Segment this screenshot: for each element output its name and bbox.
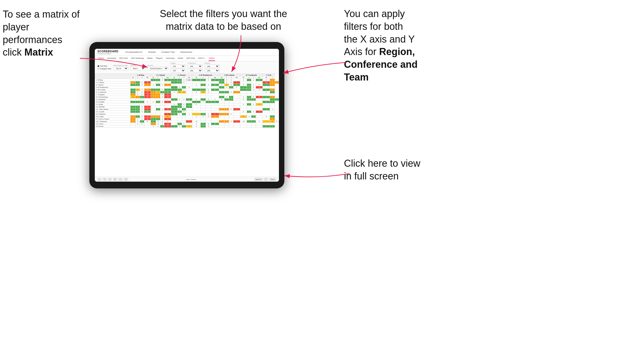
watch-button[interactable]: Watch ▾ <box>254 178 263 181</box>
tablet-screen: SCOREBOARD Powered by clippd TOURNAMENTS… <box>95 49 279 182</box>
table-row: 14. J Lundin11010110010-7 <box>95 111 279 113</box>
filter-gender-select[interactable]: Men's <box>131 67 145 70</box>
matrix-cell: 1 <box>192 89 200 91</box>
undo-button[interactable]: ↩ <box>97 178 102 181</box>
matrix-cell <box>144 123 151 125</box>
matrix-cell <box>263 123 270 125</box>
tab-h2h-grid[interactable]: H2H Grid <box>119 56 128 61</box>
matrix-wrapper[interactable]: 1. W Ding 2. L Clanton 3. J Koivun 4. M … <box>95 74 279 177</box>
player-name-cell: 1. W Ding <box>95 79 131 81</box>
matrix-cell <box>263 120 270 123</box>
view-full[interactable]: Full View <box>97 65 111 67</box>
filter-players-select2[interactable]: (All) <box>205 69 220 72</box>
nav-teams[interactable]: TEAMS <box>147 50 157 54</box>
matrix-cell: 0 <box>160 96 164 98</box>
zoom-button[interactable]: □+ <box>118 178 123 181</box>
tab-teams[interactable]: Teams <box>97 56 105 61</box>
matrix-cell: 0 <box>160 108 164 111</box>
matrix-cell <box>182 115 186 118</box>
matrix-cell <box>171 101 177 103</box>
matrix-cell <box>256 91 262 94</box>
filter-region-select2[interactable]: N/A <box>171 69 186 72</box>
tab-h2h-heatmap[interactable]: H2H Heatmap <box>130 56 144 61</box>
settings-button[interactable]: ⚙ <box>113 178 117 181</box>
matrix-cell: 0 <box>206 89 211 91</box>
matrix-cell <box>160 86 164 89</box>
matrix-cell <box>219 118 225 120</box>
radio-full[interactable] <box>97 65 99 67</box>
matrix-cell: 0 <box>247 115 251 118</box>
matrix-cell <box>177 94 182 96</box>
matrix-cell <box>247 108 251 111</box>
radio-compact[interactable] <box>97 68 99 70</box>
matrix-cell <box>270 103 275 106</box>
matrix-cell: 0 <box>251 96 256 98</box>
nav-tournaments[interactable]: TOURNAMENTS <box>124 50 144 54</box>
filter-max-players-select[interactable]: Top 25 <box>113 67 128 70</box>
matrix-cell: 0 <box>206 84 211 86</box>
matrix-cell <box>171 118 177 120</box>
matrix-cell: 3 <box>200 115 206 118</box>
view-compact[interactable]: Compact View <box>97 68 111 70</box>
matrix-cell: 2 <box>156 94 160 96</box>
tab-h2h-grid2[interactable]: H2H Grid <box>186 56 195 61</box>
tab-h2hh[interactable]: H2H H... <box>197 56 206 61</box>
matrix-cell: 1 <box>225 98 229 101</box>
matrix-cell: 1 <box>186 106 192 108</box>
matrix-cell: 0 <box>140 91 144 94</box>
matrix-cell: 2 <box>270 81 275 84</box>
matrix-cell <box>219 94 225 96</box>
redo-button[interactable]: ↪ <box>103 178 107 181</box>
matrix-cell: 2 <box>144 84 151 86</box>
matrix-cell <box>171 94 177 96</box>
matrix-cell: 1 <box>229 98 233 101</box>
matrix-cell <box>225 103 229 106</box>
matrix-cell: 1 <box>131 111 136 113</box>
filter-players-select1[interactable]: (All) <box>205 65 220 68</box>
matrix-cell: 0 <box>192 98 200 101</box>
tab-matrix[interactable]: Matrix <box>147 56 153 61</box>
player-name-cell: 11. M Ege <box>95 103 131 106</box>
matrix-cell <box>131 103 136 106</box>
matrix-cell <box>160 113 164 115</box>
matrix-cell: -6 <box>144 106 151 108</box>
matrix-cell: 0 <box>182 81 186 84</box>
tab-summary[interactable]: Summary <box>107 56 116 61</box>
matrix-cell: 0 <box>229 81 233 84</box>
matrix-cell: 1 <box>219 86 225 89</box>
nav-committee[interactable]: COMMITTEE <box>160 50 176 54</box>
tab-summary2[interactable]: Summary <box>165 56 175 61</box>
reset-button[interactable]: ↺ <box>108 178 112 181</box>
fullscreen-button[interactable]: ⛶ <box>264 178 268 181</box>
matrix-cell <box>144 79 151 81</box>
nav-rankings[interactable]: RANKINGS <box>179 50 193 54</box>
share-button[interactable]: Share <box>269 178 276 181</box>
matrix-cell: 0 <box>229 108 233 111</box>
matrix-cell: 0 <box>182 79 186 81</box>
table-row: 3. J Koivun110201020101304011010312 <box>95 84 279 86</box>
tab-matrix-active[interactable]: Matrix <box>209 56 215 61</box>
matrix-cell: 0 <box>182 103 186 106</box>
matrix-cell <box>136 98 140 101</box>
timer-button[interactable]: ⏱ <box>124 178 128 181</box>
matrix-cell: 1 <box>200 125 206 128</box>
matrix-col-mthorb: 4. M Thorbjornsen <box>192 74 219 76</box>
annotation-top-right: You can apply filters for both the X axi… <box>344 8 418 84</box>
matrix-cell: 0 <box>240 84 247 86</box>
tab-players[interactable]: Players <box>155 56 163 61</box>
matrix-cell: 3 <box>156 125 160 128</box>
filter-conference-select1[interactable]: (All) <box>188 65 203 68</box>
matrix-cell <box>200 108 206 111</box>
filter-division-select[interactable]: NCAA Division I <box>148 67 168 70</box>
matrix-cell: 6 <box>144 89 151 91</box>
matrix-cell: 0 <box>229 84 233 86</box>
matrix-cell <box>229 101 233 103</box>
matrix-cell <box>160 81 164 84</box>
filter-conference-select2[interactable]: (All) <box>188 69 203 72</box>
matrix-cell <box>256 106 262 108</box>
matrix-cell: 0 <box>144 101 151 103</box>
tab-detail[interactable]: Detail <box>177 56 184 61</box>
matrix-cell <box>177 96 182 98</box>
filter-region-select1[interactable]: N/A <box>171 65 186 68</box>
matrix-cell: 0 <box>240 96 247 98</box>
